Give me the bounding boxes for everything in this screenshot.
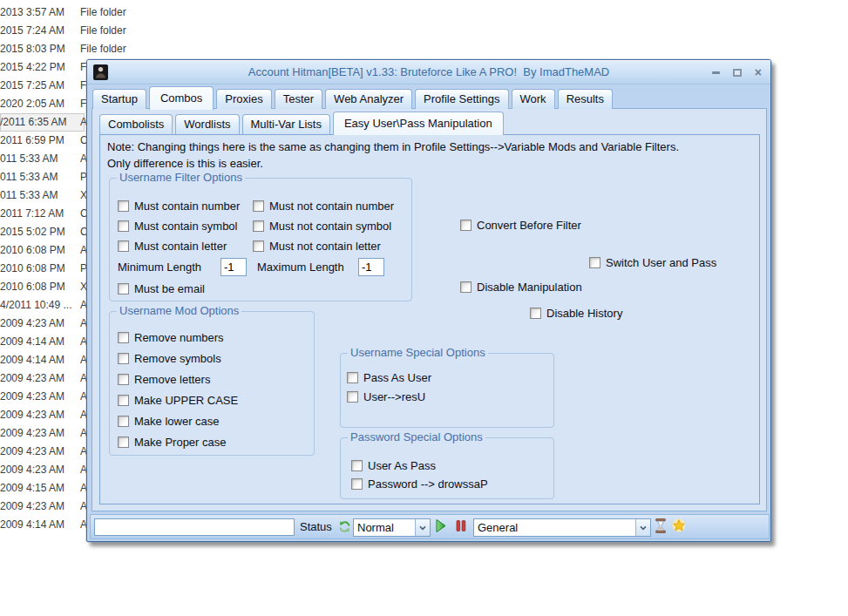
checkbox[interactable]	[351, 460, 363, 471]
filter-checkbox-option[interactable]: Must not contain letter	[253, 240, 411, 253]
file-row[interactable]: /2011 6:35 AM A	[0, 113, 85, 132]
file-modified-date: /2011 6:35 AM	[0, 113, 67, 132]
checkbox[interactable]	[118, 240, 129, 252]
checkbox-label: Must contain number	[134, 200, 240, 213]
main-tab[interactable]: Results	[558, 89, 613, 109]
group-title: Password Special Options	[348, 430, 485, 443]
checkbox[interactable]	[253, 220, 264, 232]
file-row[interactable]: 2015 7:24 AM File folder	[0, 22, 174, 40]
app-window: Account Hitman[BETA] v1.33: Bruteforce L…	[86, 59, 771, 542]
checkbox-label: Switch User and Pass	[606, 256, 716, 269]
checkbox[interactable]	[347, 391, 358, 403]
sub-tab[interactable]: Wordlists	[175, 114, 239, 134]
file-modified-date: 2015 5:02 PM	[0, 223, 65, 241]
status-label: Status	[300, 520, 332, 533]
disable-history-option[interactable]: Disable History	[530, 307, 622, 320]
pause-icon[interactable]	[456, 520, 466, 531]
username-filter-options-group: Username Filter Options Must contain num…	[109, 178, 412, 301]
disable-manipulation-option[interactable]: Disable Manipulation	[460, 281, 582, 294]
main-tab[interactable]: Work	[512, 89, 555, 109]
checkbox[interactable]	[589, 257, 600, 268]
maximum-length-input[interactable]	[358, 258, 384, 276]
checkbox[interactable]	[118, 374, 129, 385]
main-tab[interactable]: Web Analyzer	[325, 89, 412, 109]
chevron-down-icon[interactable]	[635, 519, 650, 536]
maximize-button[interactable]	[733, 69, 742, 77]
password-special-option[interactable]: Password --> drowssaP	[351, 477, 553, 491]
checkbox[interactable]	[118, 353, 129, 364]
mod-checkbox-option[interactable]: Make Proper case	[118, 436, 314, 449]
checkbox[interactable]	[118, 395, 129, 406]
checkbox-label: Must not contain number	[269, 200, 394, 213]
main-tab[interactable]: Combos	[149, 86, 214, 110]
minimum-length-input[interactable]	[220, 258, 247, 276]
username-special-option[interactable]: User-->resU	[347, 390, 553, 403]
main-tab[interactable]: Profile Settings	[415, 89, 508, 109]
filter-checkbox-option[interactable]: Must contain letter	[118, 240, 253, 253]
switch-user-and-pass-option[interactable]: Switch User and Pass	[589, 256, 716, 269]
file-type: File folder	[80, 22, 126, 40]
sub-tab[interactable]: Easy User\Pass Manipulation	[333, 112, 504, 135]
play-icon[interactable]	[434, 518, 447, 533]
mod-checkbox-option[interactable]: Remove letters	[118, 373, 314, 386]
mod-checkbox-option[interactable]: Make UPPER CASE	[118, 394, 314, 407]
file-modified-date: 2009 4:14 AM	[0, 516, 64, 534]
username-special-option[interactable]: Pass As User	[347, 371, 553, 384]
file-type: File folder	[80, 40, 126, 58]
refresh-icon[interactable]	[338, 520, 351, 533]
file-modified-date: 2010 6:08 PM	[0, 278, 65, 296]
convert-before-filter-option[interactable]: Convert Before Filter	[460, 219, 581, 232]
note-text: Note: Changing things here is the same a…	[107, 139, 679, 172]
checkbox[interactable]	[351, 478, 363, 490]
status-text-input[interactable]	[94, 518, 295, 536]
file-row[interactable]: 2013 3:57 AM File folder	[0, 3, 174, 22]
filter-checkbox-option[interactable]: Must contain number	[118, 200, 253, 213]
file-modified-date: 2015 8:03 PM	[0, 40, 65, 58]
main-tab[interactable]: Startup	[92, 89, 146, 109]
checkbox-label: Remove letters	[134, 373, 210, 386]
checkbox-label: User As Pass	[368, 459, 436, 472]
group-title: Username Special Options	[348, 346, 488, 359]
checkbox[interactable]	[118, 437, 129, 448]
filter-checkbox-option[interactable]: Must not contain symbol	[253, 220, 411, 233]
checkbox[interactable]	[253, 200, 264, 212]
note-line-1: Note: Changing things here is the same a…	[107, 139, 679, 155]
must-be-email-option[interactable]: Must be email	[118, 282, 411, 295]
filter-checkbox-option[interactable]: Must contain symbol	[118, 220, 253, 233]
main-tab[interactable]: Tester	[275, 89, 322, 109]
checkbox[interactable]	[118, 416, 129, 427]
chevron-down-icon[interactable]	[415, 519, 430, 536]
checkbox-label: Pass As User	[363, 371, 431, 384]
checkbox[interactable]	[530, 308, 541, 319]
password-special-option[interactable]: User As Pass	[351, 459, 553, 472]
file-modified-date: 2009 4:14 AM	[0, 333, 64, 351]
username-special-options-group: Username Special Options Pass As User Us…	[340, 353, 554, 428]
checkbox[interactable]	[118, 220, 129, 232]
filter-checkbox-option[interactable]: Must not contain number	[253, 200, 411, 213]
checkbox[interactable]	[118, 283, 129, 294]
file-modified-date: 2009 4:23 AM	[0, 424, 64, 443]
mod-checkbox-option[interactable]: Make lower case	[118, 415, 314, 428]
checkbox[interactable]	[460, 281, 471, 293]
checkbox[interactable]	[460, 220, 471, 231]
sub-tab[interactable]: Multi-Var Lists	[242, 114, 330, 134]
checkbox[interactable]	[347, 372, 358, 383]
mod-checkbox-option[interactable]: Remove numbers	[118, 331, 314, 344]
file-modified-date: 2009 4:23 AM	[0, 461, 64, 479]
star-icon[interactable]	[672, 518, 686, 532]
checkbox[interactable]	[253, 240, 264, 252]
profile-dropdown[interactable]: General	[473, 518, 651, 537]
main-tab[interactable]: Proxies	[216, 89, 271, 109]
checkbox[interactable]	[118, 200, 129, 212]
checkbox[interactable]	[118, 332, 129, 343]
title-bar[interactable]: Account Hitman[BETA] v1.33: Bruteforce L…	[87, 60, 770, 85]
sub-tab[interactable]: Combolists	[99, 114, 173, 134]
minimize-button[interactable]	[712, 71, 720, 74]
mod-checkbox-option[interactable]: Remove symbols	[118, 352, 314, 365]
close-button[interactable]: ×	[755, 66, 762, 78]
username-mod-options-group: Username Mod Options Remove numbers Remo…	[109, 311, 315, 456]
hourglass-icon[interactable]	[655, 518, 666, 533]
mode-dropdown[interactable]: Normal	[353, 518, 431, 537]
file-row[interactable]: 2015 8:03 PM File folder	[0, 40, 174, 58]
sub-tab-strip: Combolists Wordlists Multi-Var Lists Eas…	[99, 110, 504, 134]
